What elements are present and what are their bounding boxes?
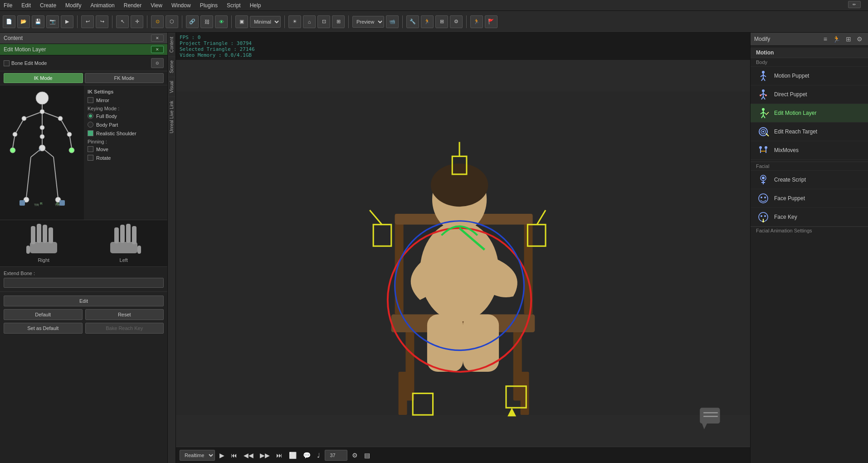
edit-motion-layer-item[interactable]: Edit Motion Layer bbox=[751, 104, 868, 123]
link-btn[interactable]: 🔗 bbox=[186, 15, 199, 28]
head-joint[interactable] bbox=[36, 92, 49, 104]
preset-select[interactable]: Minimal bbox=[250, 16, 281, 28]
body-part-radio[interactable] bbox=[88, 122, 93, 128]
menu-create[interactable]: Create bbox=[38, 1, 58, 10]
realistic-shoulder-checkbox[interactable] bbox=[88, 130, 93, 136]
chest-joint[interactable] bbox=[40, 125, 44, 130]
menu-edit[interactable]: Edit bbox=[20, 1, 33, 10]
motion-btn[interactable]: 🏃 bbox=[470, 15, 483, 28]
next-frame-btn[interactable]: ▶▶ bbox=[258, 451, 272, 460]
left-elbow-joint[interactable] bbox=[13, 132, 17, 137]
face-key-item[interactable]: Face Key bbox=[751, 208, 868, 227]
bone-edit-checkbox-label[interactable]: Bone Edit Mode bbox=[4, 60, 47, 66]
mix-moves-item[interactable]: MixMoves bbox=[751, 141, 868, 160]
flag-btn[interactable]: 🚩 bbox=[485, 15, 497, 28]
new-btn[interactable]: 📄 bbox=[3, 15, 15, 28]
preview-select[interactable]: Preview bbox=[352, 16, 384, 28]
anim-btn[interactable]: 🏃 bbox=[421, 15, 434, 28]
menu-window[interactable]: Window bbox=[170, 1, 193, 10]
full-body-radio[interactable] bbox=[88, 113, 93, 119]
settings2-btn[interactable]: ⚙ bbox=[350, 451, 360, 460]
lower-chest-joint[interactable] bbox=[40, 134, 44, 139]
rig-btn[interactable]: 🔧 bbox=[406, 15, 419, 28]
direct-puppet-item[interactable]: Direct Puppet bbox=[751, 85, 868, 104]
snap-btn[interactable]: ⬡ bbox=[166, 15, 178, 28]
open-btn[interactable]: 📂 bbox=[17, 15, 30, 28]
right-lock-icon[interactable] bbox=[59, 200, 65, 206]
right-shoulder-joint[interactable] bbox=[58, 116, 63, 121]
r-icon4[interactable]: ⚙ bbox=[855, 34, 864, 44]
screenshot-btn[interactable]: 📷 bbox=[46, 15, 59, 28]
ik-mode-tab[interactable]: IK Mode bbox=[4, 73, 83, 83]
right-elbow-joint[interactable] bbox=[67, 132, 72, 137]
viewport[interactable] bbox=[176, 60, 750, 447]
loop-btn[interactable]: ⬜ bbox=[287, 451, 298, 460]
fk-mode-tab[interactable]: FK Mode bbox=[85, 73, 164, 83]
layout-btn[interactable]: ▣ bbox=[235, 15, 248, 28]
prev-frame-btn[interactable]: ◀◀ bbox=[242, 451, 255, 460]
content-tab[interactable]: Content bbox=[168, 33, 175, 56]
left-shoulder-joint[interactable] bbox=[22, 116, 26, 121]
set-as-default-btn[interactable]: Set as Default bbox=[4, 323, 83, 334]
edit-motion-close-btn[interactable]: ✕ bbox=[151, 46, 164, 53]
redo-btn[interactable]: ↪ bbox=[96, 15, 108, 28]
target-btn[interactable]: ⊙ bbox=[151, 15, 164, 28]
bone-edit-icon-btn[interactable]: ⊙ bbox=[151, 58, 164, 68]
checker-btn[interactable]: ⊞ bbox=[435, 15, 448, 28]
bake-reach-key-btn[interactable]: Bake Reach Key bbox=[85, 323, 164, 334]
cam-btn[interactable]: 📹 bbox=[386, 15, 399, 28]
rotate-checkbox[interactable] bbox=[88, 155, 93, 161]
home-btn[interactable]: ⌂ bbox=[303, 15, 316, 28]
face-puppet-item[interactable]: Face Puppet bbox=[751, 189, 868, 208]
reset-btn[interactable]: Reset bbox=[85, 309, 164, 320]
undo-btn[interactable]: ↩ bbox=[81, 15, 94, 28]
unlink-btn[interactable]: ⛓ bbox=[200, 15, 213, 28]
neck-base-joint[interactable] bbox=[40, 109, 44, 114]
render-btn[interactable]: ▶ bbox=[61, 15, 73, 28]
menu-file[interactable]: File bbox=[2, 1, 14, 10]
visual-tab[interactable]: Visual bbox=[168, 77, 175, 97]
comment-btn[interactable]: 💬 bbox=[301, 451, 312, 460]
sun-btn[interactable]: ☀ bbox=[288, 15, 301, 28]
eye-btn[interactable]: 👁 bbox=[215, 15, 228, 28]
extend-bone-input[interactable] bbox=[4, 278, 164, 288]
frame-btn[interactable]: ⊡ bbox=[317, 15, 330, 28]
save-btn[interactable]: 💾 bbox=[32, 15, 44, 28]
default-btn[interactable]: Default bbox=[4, 309, 83, 320]
edit-btn[interactable]: Edit bbox=[4, 296, 164, 306]
move-btn[interactable]: ✛ bbox=[131, 15, 143, 28]
content-close-btn[interactable]: ✕ bbox=[151, 34, 164, 42]
audio-btn[interactable]: ♩ bbox=[315, 451, 322, 460]
hands-edit-btn[interactable]: ✏ bbox=[848, 1, 861, 8]
go-end-btn[interactable]: ⏭ bbox=[274, 451, 284, 460]
grid-btn[interactable]: ⊞ bbox=[332, 15, 345, 28]
unreal-live-link-tab[interactable]: Unreal Live Link bbox=[168, 97, 175, 137]
play-btn[interactable]: ▶ bbox=[218, 451, 226, 460]
menu-help[interactable]: Help bbox=[248, 1, 263, 10]
realtime-select[interactable]: Realtime bbox=[180, 450, 215, 461]
bone-edit-checkbox[interactable] bbox=[4, 60, 10, 66]
create-script-item[interactable]: Create Script bbox=[751, 171, 868, 189]
menu-render[interactable]: Render bbox=[122, 1, 143, 10]
right-hand-joint[interactable] bbox=[69, 148, 74, 153]
record-btn[interactable]: ▤ bbox=[362, 451, 372, 460]
settings-btn[interactable]: ⚙ bbox=[450, 15, 463, 28]
menu-view[interactable]: View bbox=[149, 1, 164, 10]
scene-tab[interactable]: Scene bbox=[168, 56, 175, 77]
frame-input[interactable] bbox=[325, 450, 347, 461]
r-icon1[interactable]: ≡ bbox=[822, 34, 829, 44]
go-start-btn[interactable]: ⏮ bbox=[229, 451, 239, 460]
motion-puppet-item[interactable]: Motion Puppet bbox=[751, 67, 868, 85]
menu-modify[interactable]: Modify bbox=[63, 1, 83, 10]
left-lock-icon[interactable] bbox=[20, 200, 25, 206]
move-checkbox[interactable] bbox=[88, 146, 93, 152]
menu-animation[interactable]: Animation bbox=[88, 1, 116, 10]
r-icon2[interactable]: 🏃 bbox=[831, 34, 842, 44]
edit-reach-target-item[interactable]: Edit Reach Target bbox=[751, 123, 868, 141]
menu-plugins[interactable]: Plugins bbox=[198, 1, 219, 10]
select-btn[interactable]: ↖ bbox=[116, 15, 129, 28]
left-hand-joint[interactable] bbox=[10, 148, 15, 153]
menu-script[interactable]: Script bbox=[225, 1, 243, 10]
mirror-checkbox[interactable] bbox=[88, 97, 93, 103]
r-icon3[interactable]: ⊞ bbox=[844, 34, 853, 44]
